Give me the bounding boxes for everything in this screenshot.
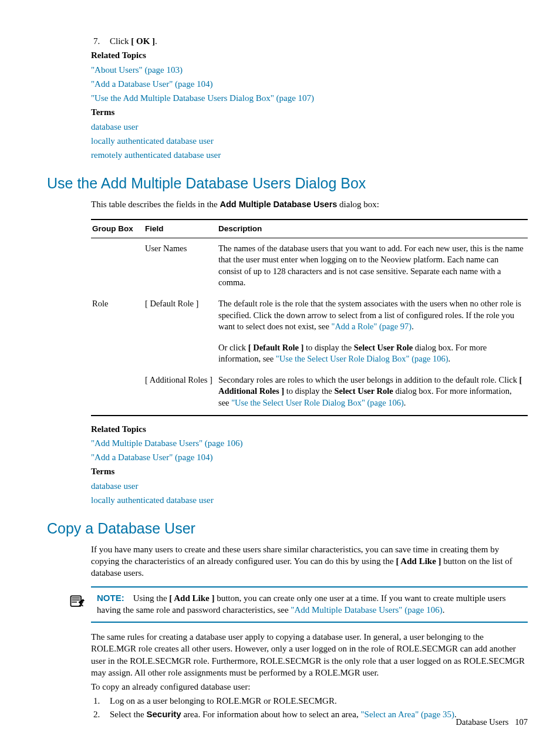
list-item: 1.Log on as a user belonging to ROLE.MGR… <box>91 695 528 707</box>
cross-ref-link[interactable]: "Use the Add Multiple Database Users Dia… <box>91 92 528 104</box>
section2-copy-intro: To copy an already configured database u… <box>91 681 528 693</box>
fields-table: Group Box Field Description User NamesTh… <box>91 219 528 416</box>
footer-section: Database Users <box>456 717 509 727</box>
cross-ref-link[interactable]: "Select an Area" (page 35) <box>360 710 454 719</box>
term-link[interactable]: database user <box>91 121 528 133</box>
cross-ref-link[interactable]: "Use the Select User Role Dialog Box" (p… <box>231 398 404 407</box>
terms-block-2: Terms database userlocally authenticated… <box>91 465 528 506</box>
table-row: Or click [ Default Role ] to display the… <box>91 337 528 370</box>
section2-intro: If you have many users to create and the… <box>91 544 528 579</box>
table-row: Role[ Default Role ]The default role is … <box>91 293 528 337</box>
cross-ref-link[interactable]: "Use the Select User Role Dialog Box" (p… <box>276 354 448 363</box>
list-num: 7. <box>91 35 110 47</box>
cross-ref-link[interactable]: "Add a Role" (page 97) <box>331 322 411 331</box>
section-heading-add-multiple: Use the Add Multiple Database Users Dial… <box>47 174 528 194</box>
th-field: Field <box>144 220 217 238</box>
terms-list-2: database userlocally authenticated datab… <box>91 480 528 507</box>
term-link[interactable]: locally authenticated database user <box>91 494 528 506</box>
terms-list: database userlocally authenticated datab… <box>91 121 528 161</box>
related-topics-heading: Related Topics <box>91 49 528 61</box>
term-link[interactable]: database user <box>91 480 528 492</box>
cross-ref-link[interactable]: "Add Multiple Database Users" (page 106) <box>91 437 528 449</box>
related-topics-block-2: Related Topics "Add Multiple Database Us… <box>91 423 528 464</box>
cross-ref-link[interactable]: "Add a Database User" (page 104) <box>91 451 528 463</box>
section1-intro: This table describes the fields in the A… <box>91 198 528 211</box>
note-box: NOTE: Using the [ Add Like ] button, you… <box>91 586 528 623</box>
cross-ref-link[interactable]: "Add Multiple Database Users" (page 106) <box>291 605 442 615</box>
page-footer: Database Users 107 <box>456 717 528 728</box>
note-icon <box>69 593 85 612</box>
terms-heading-2: Terms <box>91 465 528 477</box>
related-topics-heading-2: Related Topics <box>91 423 528 435</box>
th-description: Description <box>217 220 528 238</box>
terms-heading: Terms <box>91 106 528 118</box>
related-links-list: "About Users" (page 103)"Add a Database … <box>91 64 528 104</box>
note-body: NOTE: Using the [ Add Like ] button, you… <box>97 592 528 616</box>
table-row: [ Additional Roles ]Secondary roles are … <box>91 370 528 416</box>
term-link[interactable]: remotely authenticated database user <box>91 149 528 161</box>
terms-block: Terms database userlocally authenticated… <box>91 106 528 161</box>
th-group-box: Group Box <box>91 220 144 238</box>
section-heading-copy-user: Copy a Database User <box>47 519 528 539</box>
section2-rules: The same rules for creating a database u… <box>91 631 528 679</box>
table-row: User NamesThe names of the database user… <box>91 238 528 293</box>
svg-rect-0 <box>71 596 82 606</box>
step7-text: Click [ OK ]. <box>110 35 528 47</box>
cross-ref-link[interactable]: "About Users" (page 103) <box>91 64 528 76</box>
cross-ref-link[interactable]: "Add a Database User" (page 104) <box>91 78 528 90</box>
related-topics-block: Related Topics "About Users" (page 103)"… <box>91 49 528 104</box>
related-links-list-2: "Add Multiple Database Users" (page 106)… <box>91 437 528 464</box>
ol-item-7: 7. Click [ OK ]. <box>91 35 528 47</box>
footer-page-num: 107 <box>515 717 528 727</box>
ordered-steps: 1.Log on as a user belonging to ROLE.MGR… <box>91 695 528 720</box>
term-link[interactable]: locally authenticated database user <box>91 135 528 147</box>
note-label: NOTE: <box>97 593 124 603</box>
